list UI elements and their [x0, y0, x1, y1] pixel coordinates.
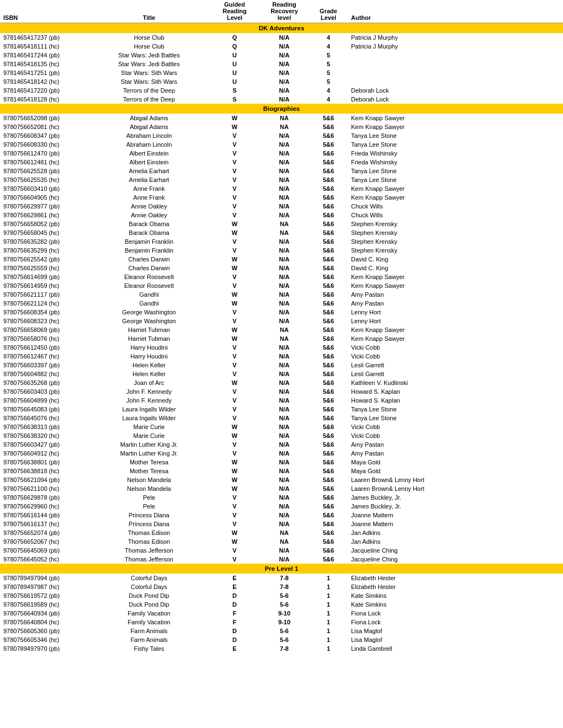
- table-row: 9780756629878 (pb)PeleVN/A5&6James Buckl…: [0, 493, 563, 502]
- gl-cell: 5&6: [309, 290, 348, 299]
- gr-cell: W: [210, 264, 259, 272]
- title-cell: George Washington: [88, 317, 210, 325]
- author-cell: Elizabeth Hester: [348, 582, 563, 591]
- isbn-cell: 9780756616137 (hc): [0, 520, 88, 528]
- gl-cell: 5&6: [309, 405, 348, 414]
- table-row: 9780756638801 (pb)Mother TeresaWN/A5&6Ma…: [0, 458, 563, 467]
- title-cell: Gandhi: [88, 290, 210, 299]
- gr-cell: V: [210, 149, 259, 158]
- gl-cell: 5&6: [309, 440, 348, 449]
- author-cell: Kem Knapp Sawyer: [348, 325, 563, 334]
- isbn-cell: 9780756645083 (pb): [0, 405, 88, 414]
- title-cell: Mother Teresa: [88, 467, 210, 475]
- gr-cell: U: [210, 60, 259, 68]
- table-row: 9780756645069 (pb)Thomas JeffersonVN/A5&…: [0, 546, 563, 555]
- isbn-cell: 9780756625542 (pb): [0, 255, 88, 264]
- isbn-cell: 9780756621124 (hc): [0, 299, 88, 308]
- isbn-cell: 9780756658076 (hc): [0, 334, 88, 343]
- isbn-cell: 9780756658045 (hc): [0, 228, 88, 237]
- gl-cell: 5&6: [309, 255, 348, 264]
- gr-cell: V: [210, 449, 259, 458]
- gl-cell: 1: [309, 618, 348, 627]
- author-cell: Fiona Lock: [348, 609, 563, 618]
- rr-cell: N/A: [259, 131, 309, 140]
- title-cell: Terrors of the Deep: [88, 86, 210, 95]
- table-row: 9780756635268 (pb)Joan of ArcWN/A5&6Kath…: [0, 378, 563, 387]
- gl-cell: 5&6: [309, 308, 348, 317]
- isbn-cell: 9781465418142 (hc): [0, 77, 88, 86]
- author-cell: Tanya Lee Stone: [348, 140, 563, 149]
- rr-cell: NA: [259, 228, 309, 237]
- rr-cell: N/A: [259, 149, 309, 158]
- rr-cell: N/A: [259, 387, 309, 396]
- gl-cell: 5&6: [309, 193, 348, 202]
- table-row: 9780756640804 (hc)Family VacationF9-101F…: [0, 618, 563, 627]
- author-cell: Kate Simkins: [348, 600, 563, 609]
- gl-cell: 5&6: [309, 299, 348, 308]
- author-cell: Deborah Lock: [348, 95, 563, 104]
- gr-cell: W: [210, 378, 259, 387]
- title-cell: Thomas Jefferson: [88, 546, 210, 555]
- author-cell: Frieda Wishinsky: [348, 149, 563, 158]
- author-cell: Stephen Krensky: [348, 237, 563, 246]
- gr-cell: F: [210, 618, 259, 627]
- isbn-cell: 9780756645052 (hc): [0, 555, 88, 564]
- table-row: 9780756652081 (hc)Abigail AdamsWNA5&6Kem…: [0, 122, 563, 131]
- author-cell: Tanya Lee Stone: [348, 175, 563, 184]
- author-cell: [348, 77, 563, 86]
- gr-cell: E: [210, 644, 259, 653]
- gl-cell: 5&6: [309, 264, 348, 272]
- gl-cell: 1: [309, 635, 348, 644]
- rr-cell: N/A: [259, 502, 309, 511]
- title-header: Title: [88, 0, 210, 23]
- rr-cell: N/A: [259, 405, 309, 414]
- rr-cell: N/A: [259, 42, 309, 51]
- rr-cell: 9-10: [259, 618, 309, 627]
- gl-cell: 1: [309, 582, 348, 591]
- title-cell: Terrors of the Deep: [88, 95, 210, 104]
- isbn-cell: 9780756616144 (pb): [0, 511, 88, 520]
- gl-cell: 5&6: [309, 449, 348, 458]
- author-cell: Lenny Hort: [348, 317, 563, 325]
- isbn-cell: 9780756640804 (hc): [0, 618, 88, 627]
- gr-cell: V: [210, 317, 259, 325]
- author-cell: Fiona Lock: [348, 618, 563, 627]
- author-cell: Jacqueline Ching: [348, 546, 563, 555]
- author-cell: Tanya Lee Stone: [348, 167, 563, 175]
- gl-cell: 5&6: [309, 325, 348, 334]
- table-row: 9780756635299 (hc)Benjamin FranklinVN/A5…: [0, 246, 563, 255]
- title-cell: Harry Houdini: [88, 343, 210, 352]
- gl-cell: 5&6: [309, 343, 348, 352]
- isbn-cell: 9780756614699 (pb): [0, 272, 88, 281]
- title-cell: Family Vacation: [88, 618, 210, 627]
- gl-cell: 5&6: [309, 370, 348, 378]
- isbn-cell: 9780756629878 (pb): [0, 493, 88, 502]
- gl-cell: 5: [309, 60, 348, 68]
- title-cell: Harriet Tubman: [88, 325, 210, 334]
- table-row: 9780756658069 (pb)Harriet TubmanWNA5&6Ke…: [0, 325, 563, 334]
- gr-cell: V: [210, 502, 259, 511]
- rr-cell: N/A: [259, 95, 309, 104]
- isbn-cell: 9780756635299 (hc): [0, 246, 88, 255]
- gr-cell: W: [210, 458, 259, 467]
- table-row: 9780756603403 (pb)John F. KennedyVN/A5&6…: [0, 387, 563, 396]
- gl-cell: 5&6: [309, 114, 348, 122]
- author-cell: David C. King: [348, 255, 563, 264]
- table-row: 9780756629977 (pb)Annie OakleyVN/A5&6Chu…: [0, 202, 563, 211]
- isbn-cell: 9780756612450 (pb): [0, 343, 88, 352]
- gl-cell: 5&6: [309, 484, 348, 493]
- title-cell: Thomas Jefferson: [88, 555, 210, 564]
- isbn-cell: 9780756608347 (pb): [0, 131, 88, 140]
- author-cell: Patricia J Murphy: [348, 42, 563, 51]
- gr-cell: D: [210, 591, 259, 600]
- isbn-cell: 9781465417237 (pb): [0, 33, 88, 42]
- gl-cell: 5&6: [309, 431, 348, 440]
- author-cell: Vicki Cobb: [348, 422, 563, 431]
- author-cell: Maya Gold: [348, 458, 563, 467]
- gl-cell: 5: [309, 68, 348, 77]
- author-cell: Vicki Cobb: [348, 343, 563, 352]
- rr-cell: N/A: [259, 264, 309, 272]
- gr-cell: U: [210, 51, 259, 60]
- gl-cell: 1: [309, 600, 348, 609]
- table-row: 9780756658045 (hc)Barack ObamaWNA5&6Step…: [0, 228, 563, 237]
